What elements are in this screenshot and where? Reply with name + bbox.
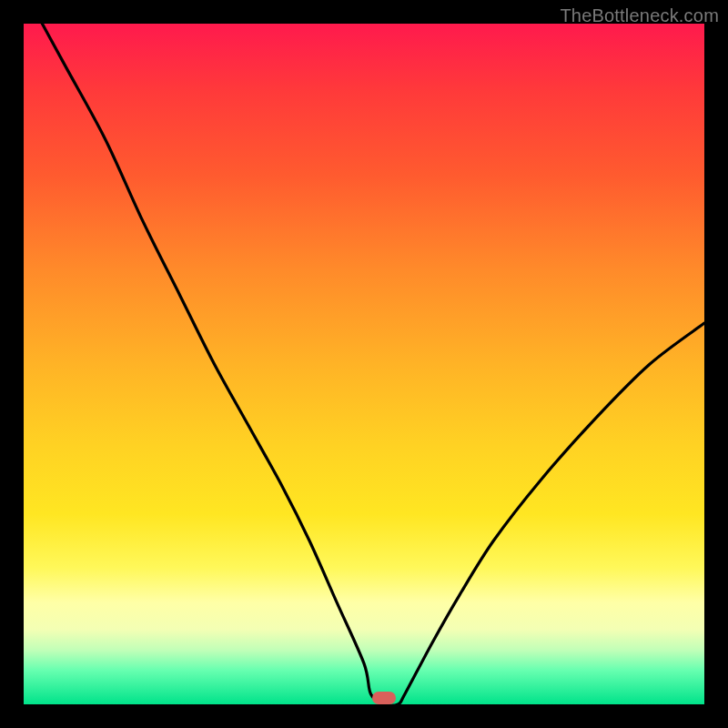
optimal-point-marker bbox=[372, 692, 396, 704]
curve-path bbox=[24, 24, 704, 704]
bottleneck-curve bbox=[24, 24, 704, 704]
chart-frame: TheBottleneck.com bbox=[0, 0, 728, 728]
plot-area bbox=[24, 24, 704, 704]
watermark-text: TheBottleneck.com bbox=[560, 5, 719, 26]
